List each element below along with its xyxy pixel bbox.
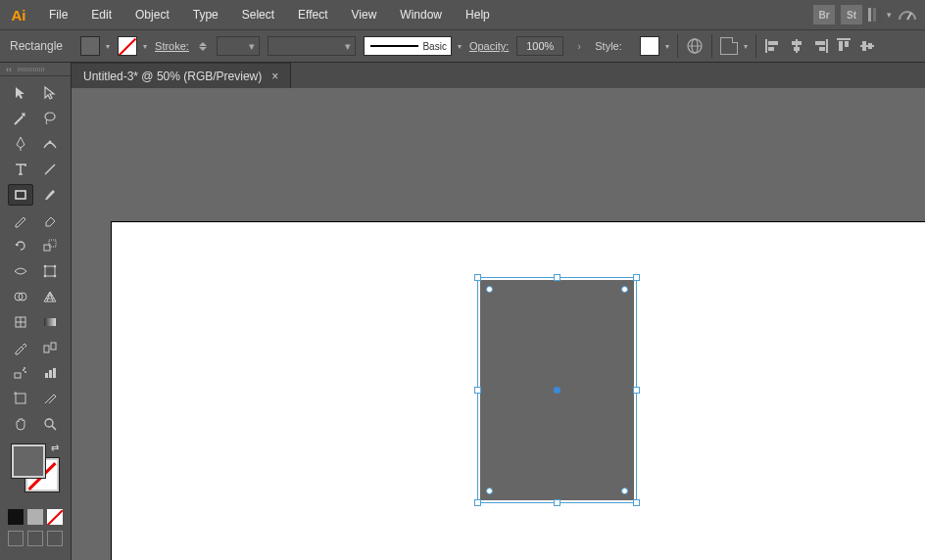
- color-mode-none-icon[interactable]: [47, 509, 63, 525]
- color-mode-solid-icon[interactable]: [8, 509, 24, 525]
- style-label: Style:: [595, 40, 622, 52]
- doc-chevron-icon[interactable]: ▾: [744, 42, 748, 51]
- opacity-flyout-icon[interactable]: ›: [571, 36, 587, 56]
- tab-close-icon[interactable]: ×: [271, 70, 278, 83]
- resize-handle-w[interactable]: [474, 387, 481, 394]
- stroke-weight-dropdown[interactable]: ▾: [217, 36, 260, 56]
- stroke-weight-stepper[interactable]: [197, 42, 209, 51]
- slice-tool-icon[interactable]: [37, 388, 63, 409]
- stroke-dropdown-icon[interactable]: ▾: [143, 42, 147, 51]
- corner-widget-sw-icon[interactable]: [486, 488, 493, 494]
- brush-definition-dropdown[interactable]: Basic: [364, 36, 452, 56]
- resize-handle-se[interactable]: [633, 499, 640, 506]
- fill-color-icon[interactable]: [12, 444, 45, 478]
- menu-type[interactable]: Type: [183, 4, 228, 25]
- svg-rect-39: [15, 373, 21, 378]
- scale-tool-icon[interactable]: [37, 235, 63, 257]
- svg-rect-12: [819, 47, 825, 51]
- document-setup-icon[interactable]: [720, 37, 738, 55]
- artboard-tool-icon[interactable]: [8, 388, 33, 409]
- chevron-down-icon[interactable]: ▾: [887, 10, 892, 20]
- document-tab[interactable]: Untitled-3* @ 50% (RGB/Preview) ×: [72, 63, 291, 88]
- mesh-tool-icon[interactable]: [8, 311, 33, 333]
- style-dropdown-icon[interactable]: ▾: [665, 42, 669, 51]
- graphic-style-swatch[interactable]: [640, 36, 659, 56]
- corner-widget-nw-icon[interactable]: [486, 286, 493, 293]
- opacity-label[interactable]: Opacity:: [469, 40, 509, 52]
- symbol-sprayer-tool-icon[interactable]: [8, 362, 33, 384]
- brush-chevron-icon[interactable]: ▾: [458, 42, 462, 51]
- arrange-documents-icon[interactable]: [868, 8, 881, 22]
- paintbrush-tool-icon[interactable]: [37, 184, 63, 206]
- fill-swatch[interactable]: [80, 36, 100, 56]
- hand-tool-icon[interactable]: [8, 413, 33, 435]
- resize-handle-n[interactable]: [554, 274, 560, 281]
- align-center-v-icon[interactable]: [858, 37, 876, 55]
- color-mode-gradient-icon[interactable]: [27, 509, 43, 525]
- menu-effect[interactable]: Effect: [288, 4, 337, 25]
- tab-strip: Untitled-3* @ 50% (RGB/Preview) ×: [72, 63, 925, 88]
- menu-select[interactable]: Select: [232, 4, 284, 25]
- menu-view[interactable]: View: [342, 4, 387, 25]
- direct-selection-tool-icon[interactable]: [37, 82, 63, 104]
- menu-help[interactable]: Help: [456, 4, 500, 25]
- zoom-tool-icon[interactable]: [37, 413, 63, 435]
- gradient-tool-icon[interactable]: [37, 311, 63, 333]
- canvas[interactable]: [72, 88, 925, 560]
- fill-dropdown-icon[interactable]: ▾: [106, 42, 110, 51]
- menu-window[interactable]: Window: [390, 4, 452, 25]
- svg-rect-46: [16, 394, 25, 403]
- resize-handle-e[interactable]: [633, 387, 640, 394]
- blend-tool-icon[interactable]: [37, 337, 63, 358]
- recolor-artwork-icon[interactable]: [686, 37, 704, 55]
- menu-edit[interactable]: Edit: [81, 4, 122, 25]
- svg-rect-18: [868, 43, 872, 49]
- eyedropper-tool-icon[interactable]: [8, 337, 33, 358]
- lasso-tool-icon[interactable]: [37, 108, 63, 129]
- rotate-tool-icon[interactable]: [8, 235, 33, 257]
- stroke-label[interactable]: Stroke:: [155, 40, 189, 52]
- svg-point-30: [54, 275, 57, 278]
- rectangle-tool-icon[interactable]: [8, 184, 33, 206]
- magic-wand-tool-icon[interactable]: [8, 108, 33, 129]
- eraser-tool-icon[interactable]: [37, 210, 63, 231]
- gpu-preview-icon[interactable]: [898, 6, 917, 23]
- menu-object[interactable]: Object: [125, 4, 179, 25]
- selection-tool-icon[interactable]: [8, 82, 33, 104]
- menu-file[interactable]: File: [39, 4, 77, 25]
- shape-builder-tool-icon[interactable]: [8, 286, 33, 307]
- draw-inside-icon[interactable]: [47, 531, 63, 546]
- align-center-h-icon[interactable]: [788, 37, 805, 55]
- pen-tool-icon[interactable]: [8, 133, 33, 155]
- panel-handle[interactable]: ‹‹: [0, 63, 71, 76]
- line-segment-tool-icon[interactable]: [37, 159, 63, 180]
- resize-handle-sw[interactable]: [474, 499, 481, 506]
- align-top-icon[interactable]: [835, 37, 852, 55]
- resize-handle-nw[interactable]: [474, 274, 481, 281]
- resize-handle-ne[interactable]: [633, 274, 640, 281]
- width-tool-icon[interactable]: [8, 260, 33, 282]
- draw-normal-icon[interactable]: [8, 531, 24, 546]
- column-graph-tool-icon[interactable]: [37, 362, 63, 384]
- svg-rect-23: [16, 191, 25, 199]
- pencil-tool-icon[interactable]: [8, 210, 33, 231]
- opacity-value[interactable]: 100%: [516, 36, 563, 56]
- stock-icon[interactable]: St: [841, 5, 862, 24]
- stroke-swatch[interactable]: [118, 36, 137, 56]
- variable-width-profile-dropdown[interactable]: ▾: [268, 36, 356, 56]
- corner-widget-ne-icon[interactable]: [621, 286, 628, 293]
- curvature-tool-icon[interactable]: [37, 133, 63, 155]
- free-transform-tool-icon[interactable]: [37, 260, 63, 282]
- fill-stroke-selector[interactable]: ⇄: [12, 444, 59, 491]
- bridge-icon[interactable]: Br: [813, 5, 835, 24]
- align-right-icon[interactable]: [811, 37, 829, 55]
- resize-handle-s[interactable]: [554, 499, 560, 506]
- svg-point-19: [45, 113, 55, 120]
- center-point-icon[interactable]: [554, 387, 560, 394]
- corner-widget-se-icon[interactable]: [621, 488, 628, 494]
- perspective-grid-tool-icon[interactable]: [37, 286, 63, 307]
- type-tool-icon[interactable]: [8, 159, 33, 180]
- align-left-icon[interactable]: [764, 37, 782, 55]
- swap-fill-stroke-icon[interactable]: ⇄: [51, 443, 59, 453]
- draw-behind-icon[interactable]: [27, 531, 43, 546]
